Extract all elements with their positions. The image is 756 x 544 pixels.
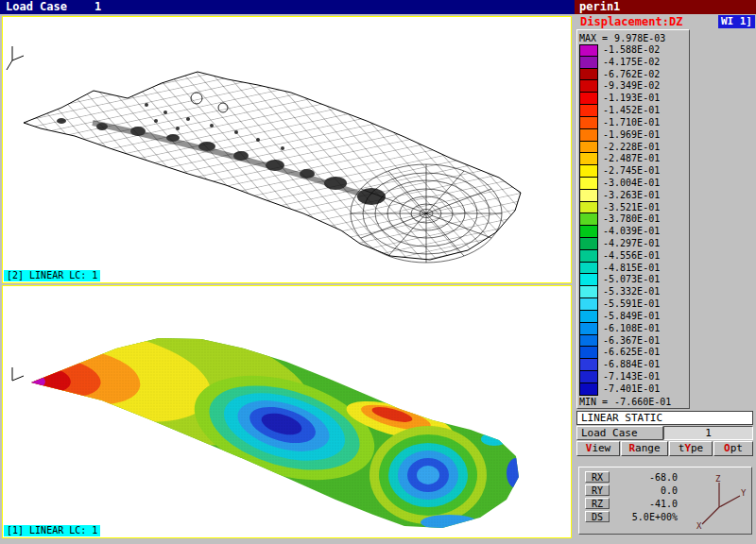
button-label: ange <box>635 442 661 454</box>
legend-color-swatch <box>579 238 598 250</box>
legend-color-swatch <box>579 213 598 226</box>
legend-value: -4.815E-01 <box>603 263 660 275</box>
legend-row: -1.193E-01 <box>579 93 687 105</box>
legend: MAX =9.978E-03 -1.588E-02-4.175E-02-6.76… <box>576 29 690 409</box>
legend-row: -7.143E-01 <box>579 371 687 383</box>
legend-value: -1.588E-02 <box>603 44 660 57</box>
contour-bands <box>3 286 571 537</box>
legend-value: -3.521E-01 <box>603 202 660 214</box>
legend-value: -5.591E-01 <box>603 298 660 311</box>
viewport-contour[interactable]: [1] LINEAR LC: 1 <box>2 285 572 538</box>
legend-value: -4.175E-02 <box>603 57 660 69</box>
legend-color-swatch <box>579 57 598 69</box>
legend-row: -5.332E-01 <box>579 286 687 298</box>
legend-value: -6.625E-01 <box>603 347 660 359</box>
legend-min-row: MIN =-7.660E-01 <box>579 396 687 408</box>
viewport-wireframe[interactable]: [2] LINEAR LC: 1 <box>2 16 572 283</box>
button-label: pe <box>691 442 703 454</box>
rz-value: -41.0 <box>610 499 678 509</box>
legend-row: -1.452E-01 <box>579 105 687 117</box>
legend-color-swatch <box>579 335 598 348</box>
legend-row: -2.228E-01 <box>579 142 687 154</box>
window-badge: WI 1] <box>718 15 755 28</box>
legend-max-row: MAX =9.978E-03 <box>579 32 687 44</box>
triad-z-label: Z <box>715 474 721 484</box>
legend-row: -4.039E-01 <box>579 226 687 238</box>
legend-color-swatch <box>579 44 598 57</box>
legend-value: -1.969E-01 <box>603 129 660 142</box>
rx-button[interactable]: RX <box>585 471 610 483</box>
legend-value: -3.263E-01 <box>603 190 660 202</box>
legend-value: -5.849E-01 <box>603 311 660 323</box>
legend-color-swatch <box>579 323 598 335</box>
ry-button[interactable]: RY <box>585 484 610 496</box>
legend-color-swatch <box>579 190 598 202</box>
triad-x-label: X <box>696 521 702 530</box>
legend-row: -1.969E-01 <box>579 129 687 142</box>
legend-value: -9.349E-02 <box>603 80 660 93</box>
legend-row: -6.884E-01 <box>579 359 687 371</box>
legend-value: -2.745E-01 <box>603 165 660 178</box>
result-bar: Displacement:DZ WI 1] <box>575 14 756 29</box>
legend-row: -3.521E-01 <box>579 202 687 214</box>
legend-color-swatch <box>579 347 598 359</box>
legend-min-label: MIN = <box>579 397 608 407</box>
view-button[interactable]: View <box>576 441 620 456</box>
legend-row: -3.004E-01 <box>579 178 687 190</box>
button-label: pt <box>730 442 743 454</box>
legend-value: -6.367E-01 <box>603 335 660 348</box>
legend-row: -6.625E-01 <box>579 347 687 359</box>
legend-row: -6.108E-01 <box>579 323 687 335</box>
legend-value: -3.004E-01 <box>603 178 660 190</box>
legend-color-swatch <box>579 298 598 311</box>
legend-color-swatch <box>579 274 598 286</box>
legend-color-swatch <box>579 226 598 238</box>
legend-value: -7.143E-01 <box>603 371 660 383</box>
legend-color-swatch <box>579 69 598 81</box>
ds-button[interactable]: DS <box>585 511 610 522</box>
legend-color-swatch <box>579 165 598 178</box>
view-triad-mark <box>12 367 24 381</box>
button-hotkey: O <box>724 442 730 454</box>
load-case-value-field[interactable]: 1 <box>663 426 753 440</box>
button-label: iew <box>592 442 610 454</box>
legend-color-swatch <box>579 129 598 142</box>
legend-row: -6.762E-02 <box>579 69 687 81</box>
legend-row: -1.588E-02 <box>579 44 687 57</box>
legend-color-scale: -1.588E-02-4.175E-02-6.762E-02-9.349E-02… <box>579 44 687 396</box>
rx-value: -68.0 <box>610 472 678 483</box>
legend-row: -4.556E-01 <box>579 250 687 263</box>
type-button[interactable]: tYpe <box>669 441 713 456</box>
rz-button[interactable]: RZ <box>585 498 610 509</box>
legend-value: -6.108E-01 <box>603 323 660 335</box>
legend-value: -5.332E-01 <box>603 286 660 298</box>
legend-color-swatch <box>579 383 598 396</box>
legend-value: -1.710E-01 <box>603 117 660 129</box>
legend-value: -7.401E-01 <box>603 383 660 396</box>
model-titlebar[interactable]: perin1 <box>575 0 756 14</box>
legend-value: -2.228E-01 <box>603 142 660 154</box>
legend-value: -5.073E-01 <box>603 274 660 286</box>
legend-color-swatch <box>579 371 598 383</box>
main-titlebar[interactable]: Load Case 1 <box>0 0 575 14</box>
legend-color-swatch <box>579 153 598 165</box>
range-button[interactable]: Range <box>621 441 668 456</box>
legend-value: -1.193E-01 <box>603 93 660 105</box>
legend-color-swatch <box>579 202 598 214</box>
wireframe-mesh <box>3 17 571 282</box>
legend-row: -4.175E-02 <box>579 57 687 69</box>
legend-value: -6.884E-01 <box>603 359 660 371</box>
legend-color-swatch <box>579 263 598 275</box>
legend-value: -4.556E-01 <box>603 250 660 263</box>
legend-row: -5.849E-01 <box>579 311 687 323</box>
legend-color-swatch <box>579 117 598 129</box>
legend-value: -1.452E-01 <box>603 105 660 117</box>
legend-value: -2.487E-01 <box>603 153 660 165</box>
options-button[interactable]: Opt <box>713 441 753 456</box>
view-triad-mark <box>7 46 24 70</box>
legend-color-swatch <box>579 311 598 323</box>
analysis-type-field: LINEAR STATIC <box>576 411 753 425</box>
legend-color-swatch <box>579 105 598 117</box>
legend-value: -6.762E-02 <box>603 69 660 81</box>
ds-value: 5.0E+00% <box>610 512 678 522</box>
